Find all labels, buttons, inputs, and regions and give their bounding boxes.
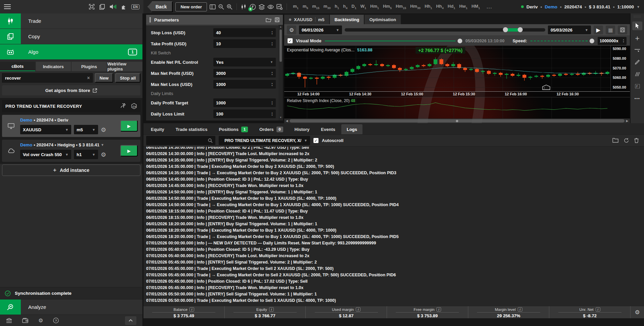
info-icon[interactable]: i (356, 307, 360, 312)
tab-webview-plugins[interactable]: WebView plugins (108, 62, 143, 71)
autoscroll-checkbox[interactable]: ✓ (313, 138, 318, 143)
waves-tool-icon[interactable] (632, 70, 642, 79)
scroll-right-icon[interactable]: ▶ (625, 119, 630, 123)
timeframe-button-Hw1[interactable]: Hw1 (457, 4, 470, 10)
tab-positions[interactable]: Positions1 (213, 124, 253, 134)
progress-handle[interactable] (458, 39, 462, 43)
pencil-tool-icon[interactable] (632, 58, 642, 66)
parameter-input[interactable]: Yes▼ (213, 58, 276, 66)
back-button[interactable]: Back (147, 1, 173, 12)
position-marker-icon[interactable] (542, 85, 550, 90)
bot-instance-2[interactable]: Demo • 2020474 • Hedging • $ 3 810.41 ▼ … (2, 140, 140, 162)
language-badge[interactable]: EN (131, 4, 139, 9)
tab-logs[interactable]: Logs (341, 124, 362, 134)
line-tool-icon[interactable] (632, 46, 642, 54)
sidebar-item-algo[interactable]: Algo 1 (0, 44, 142, 60)
bot-name-header[interactable]: PRO TREND ULTIMATE RECOVERY C# (2, 100, 140, 112)
symbol-select[interactable]: Vol over Crash 550 ▼ (20, 150, 71, 159)
crosshair-tool-icon[interactable]: + (632, 34, 642, 42)
save-icon[interactable] (275, 17, 280, 22)
start-bot-button[interactable]: ▶ (120, 120, 138, 132)
puzzle-icon[interactable] (121, 4, 127, 10)
speaker-icon[interactable] (110, 4, 116, 9)
timeframe-button-m5[interactable]: m5 (301, 4, 310, 10)
backtest-report-icon[interactable] (618, 26, 627, 34)
tab-trade-statistics[interactable]: Trade statistics (170, 124, 213, 134)
tab-equity[interactable]: Equity (145, 124, 170, 134)
visual-mode-checkbox[interactable]: ✓ (288, 38, 293, 43)
zoom-out-icon[interactable] (218, 4, 224, 10)
timeframe-button-m15[interactable]: m15 (310, 4, 321, 10)
parameter-input[interactable]: 1000▲▼ (213, 80, 276, 89)
stepper-icons[interactable]: ▲▼ (271, 42, 273, 46)
folder-icon[interactable] (266, 18, 271, 22)
log-bot-filter-select[interactable]: PRO TREND ULTIMATE RECOVERY, X/ ▼ (219, 136, 310, 145)
scrollbar-thumb[interactable] (290, 119, 625, 123)
symbol-select[interactable]: XAUUSD ▼ (20, 125, 71, 134)
timeframe-button-Hm30[interactable]: Hm30 (408, 4, 423, 10)
fullscreen-icon[interactable] (89, 4, 95, 10)
toolbar-grip[interactable]: :::::: (632, 15, 642, 18)
open-folder-icon[interactable] (612, 138, 618, 143)
scroll-left-icon[interactable]: ◀ (284, 119, 290, 123)
bot-instance-1[interactable]: Demo • 2020474 • Deriv XAUUSD ▼ m5 ▼ (2, 115, 140, 137)
speed-value-input[interactable]: 1000000x ▲▼ (598, 37, 627, 45)
new-bot-button[interactable]: New (95, 73, 113, 83)
info-icon[interactable]: i (269, 307, 274, 312)
timeframe-select[interactable]: m5 ▼ (74, 125, 98, 134)
chevron-down-icon[interactable]: ▼ (101, 143, 104, 147)
sidebar-item-copy[interactable]: Copy (0, 29, 142, 44)
timeframe-button-h4[interactable]: h4 (341, 4, 349, 10)
chevron-up-icon[interactable] (125, 316, 136, 325)
chart-settings-icon[interactable] (276, 4, 283, 10)
indicators-f-icon[interactable]: 8 (250, 4, 256, 10)
rsi-legend[interactable]: Relative Strength Index (Close, 20) 48 (287, 98, 355, 103)
info-icon[interactable]: i (189, 307, 194, 312)
timeframe-button-Hm1[interactable]: Hm1 (368, 4, 381, 10)
settings-gear-icon[interactable]: ⚙ (38, 317, 43, 324)
stepper-icons[interactable]: ▲▼ (271, 82, 273, 87)
price-chart[interactable]: 5090.005080.005070.005060.005050.00 Expo… (284, 46, 630, 91)
parameter-input[interactable]: 100▲▼ (213, 109, 276, 118)
timeframe-button-HM1[interactable]: HM1 (469, 4, 482, 10)
scroll-down-icon[interactable]: ▼ (280, 116, 282, 120)
parameter-input[interactable]: 3000▲▼ (213, 69, 276, 78)
timeframe-button-m1[interactable]: m1 (291, 4, 301, 10)
help-icon[interactable]: ? (53, 318, 59, 323)
log-search-input[interactable] (146, 136, 215, 145)
tab-orders[interactable]: Orders0 (254, 124, 289, 134)
chart-horizontal-scrollbar[interactable]: ◀ ▶ (284, 119, 630, 123)
parameter-input[interactable]: 1000▲▼ (213, 98, 276, 107)
start-date-select[interactable]: 06/01/2026 ▼ (299, 26, 342, 34)
backtest-range-slider[interactable] (345, 28, 545, 32)
copy-icon[interactable] (99, 4, 105, 10)
panels-icon[interactable] (210, 4, 216, 9)
stop-all-button[interactable]: Stop all (115, 73, 140, 83)
timeframe-button-Hh4[interactable]: Hh4 (434, 4, 445, 10)
parameters-scrollbar[interactable]: ▲ ▼ (278, 25, 283, 121)
end-date-select[interactable]: 05/03/2026 ▼ (548, 26, 591, 34)
timeframe-button-m30[interactable]: m30 (321, 4, 333, 10)
zoom-in-icon[interactable] (227, 4, 232, 10)
tab-backtesting[interactable]: Backtesting (330, 15, 364, 24)
instance-settings-gear-icon[interactable]: ⚙ (101, 126, 106, 133)
speed-slider[interactable] (530, 41, 588, 41)
log-output[interactable]: 06/01/2026 14:30:00.000 | Info | Positio… (143, 146, 644, 306)
range-handle-right[interactable] (518, 27, 523, 32)
backtest-settings-gear-icon[interactable]: ⚙ (287, 26, 296, 34)
get-algos-store-button[interactable]: Get algos from Store (2, 85, 140, 95)
share-icon[interactable] (121, 103, 126, 108)
stepper-icons[interactable]: ▲▼ (271, 71, 273, 76)
tab-symbol[interactable]: XAUUSD m5 (284, 15, 329, 24)
rsi-pane[interactable]: Relative Strength Index (Close, 20) 48 (284, 97, 630, 119)
speed-handle[interactable] (590, 39, 594, 43)
backtest-progress-slider[interactable] (325, 41, 456, 41)
range-handle-left[interactable] (503, 27, 508, 32)
stop-backtest-button[interactable]: ■ (606, 26, 615, 34)
clear-search-icon[interactable]: × (87, 75, 90, 81)
stepper-icons[interactable]: ▲▼ (622, 39, 625, 43)
time-axis[interactable]: 12 Feb 14:0012 Feb 14:3012 Feb 15:0012 F… (284, 91, 630, 97)
tab-history[interactable]: History (289, 124, 315, 134)
info-icon[interactable]: i (518, 307, 522, 312)
play-backtest-button[interactable]: ▶ (594, 26, 603, 34)
